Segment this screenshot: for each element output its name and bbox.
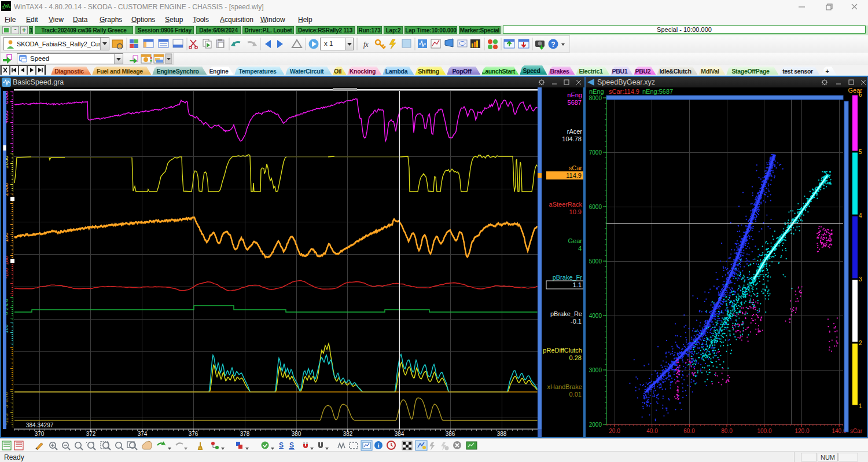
svg-text:378: 378	[240, 431, 250, 437]
svg-text:10.9: 10.9	[569, 208, 582, 215]
svg-text:nEng:5687: nEng:5687	[642, 88, 673, 95]
svg-text:386: 386	[446, 431, 455, 437]
svg-text:384: 384	[395, 431, 404, 437]
svg-text:4000: 4000	[589, 313, 602, 319]
svg-text:384.34297: 384.34297	[26, 422, 54, 428]
svg-text:xHandBrake: xHandBrake	[547, 383, 582, 390]
svg-text:nEng: nEng	[589, 88, 604, 95]
svg-text:6000: 6000	[589, 204, 602, 210]
svg-text:388: 388	[497, 431, 507, 437]
svg-text:372: 372	[86, 431, 96, 437]
svg-text:pReDiffClutch: pReDiffClutch	[543, 347, 582, 354]
svg-text:2: 2	[859, 340, 862, 346]
svg-text:380: 380	[292, 431, 301, 437]
svg-text:60.0: 60.0	[683, 428, 695, 434]
svg-text:sCar:114.9: sCar:114.9	[609, 88, 639, 95]
svg-text:370: 370	[35, 431, 45, 437]
svg-text:-0.1: -0.1	[571, 318, 582, 325]
svg-text:pBrake_Fr: pBrake_Fr	[553, 274, 583, 281]
svg-text:3000: 3000	[589, 367, 602, 373]
svg-text:5687: 5687	[568, 99, 582, 106]
svg-text:i: i	[377, 442, 379, 449]
svg-text:S: S	[289, 441, 294, 449]
svg-text:S: S	[279, 441, 284, 449]
svg-text:376: 376	[189, 431, 198, 437]
svg-text:nEng: nEng	[567, 91, 582, 98]
svg-text:0.01: 0.01	[569, 391, 582, 398]
svg-text:4: 4	[578, 245, 582, 252]
svg-text:382: 382	[343, 431, 353, 437]
svg-text:rAcer: rAcer	[567, 128, 583, 135]
svg-text:4: 4	[859, 212, 862, 219]
svg-text:8000: 8000	[589, 95, 602, 101]
svg-text:80.0: 80.0	[721, 428, 733, 434]
svg-text:1.1: 1.1	[573, 281, 582, 288]
svg-text:2000: 2000	[589, 421, 602, 428]
svg-text:0.28: 0.28	[569, 354, 582, 361]
svg-text:6: 6	[859, 91, 862, 98]
svg-text:100.0: 100.0	[757, 428, 771, 434]
svg-text:5: 5	[859, 149, 862, 155]
svg-text:fx: fx	[363, 41, 369, 49]
svg-text:5000: 5000	[589, 258, 602, 265]
svg-text:114.9: 114.9	[566, 172, 582, 179]
svg-text:sCar: sCar	[850, 428, 863, 434]
svg-text:104.78: 104.78	[562, 135, 582, 142]
svg-text:7000: 7000	[589, 149, 602, 156]
svg-text:pBrake_Re: pBrake_Re	[550, 310, 582, 317]
svg-text:sCar: sCar	[569, 164, 583, 171]
svg-text:1: 1	[859, 403, 862, 409]
svg-text:3: 3	[859, 276, 862, 283]
svg-text:20.0: 20.0	[609, 428, 620, 434]
svg-text:40.0: 40.0	[646, 428, 658, 434]
svg-text:374: 374	[138, 431, 148, 437]
svg-text:aSteerRack: aSteerRack	[549, 201, 583, 208]
svg-text:?: ?	[551, 41, 555, 49]
svg-text:120.0: 120.0	[795, 428, 809, 434]
svg-text:Gear: Gear	[568, 237, 583, 244]
